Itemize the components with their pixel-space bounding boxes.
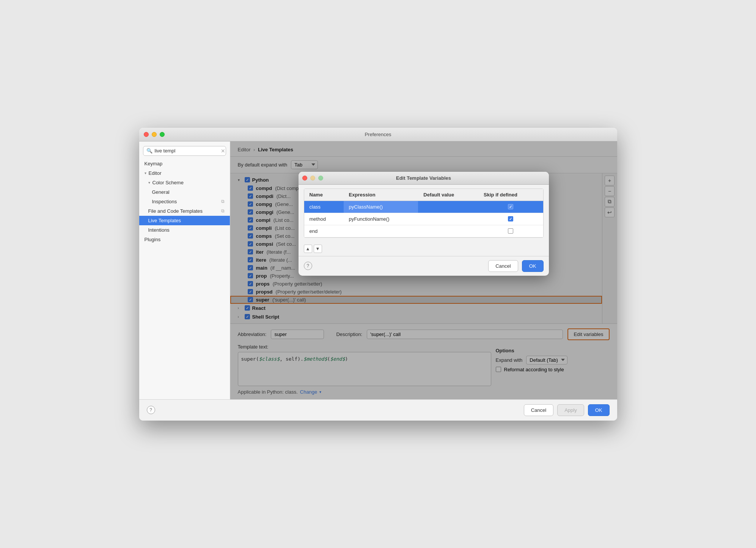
var-default-method [418, 213, 478, 225]
sidebar-item-label: Inspections [152, 199, 177, 204]
sidebar-item-editor[interactable]: ▾ Editor [139, 168, 230, 178]
close-button[interactable] [144, 132, 149, 137]
help-button[interactable]: ? [147, 406, 155, 414]
sidebar-item-label: Keymap [145, 161, 163, 166]
sidebar-item-label: Live Templates [148, 218, 181, 223]
variable-row-end[interactable]: end [304, 225, 543, 237]
search-box[interactable]: 🔍 ✕ [143, 146, 226, 156]
cancel-button[interactable]: Cancel [524, 404, 553, 416]
col-expression: Expression [344, 189, 418, 201]
var-skip-end [478, 225, 543, 237]
sidebar: 🔍 ✕ Keymap ▾ Editor ▾ Color Scheme Gener… [139, 141, 230, 399]
maximize-button[interactable] [160, 132, 165, 137]
var-expr-end [344, 225, 418, 237]
sidebar-item-label: File and Code Templates [148, 208, 203, 214]
sidebar-item-plugins[interactable]: Plugins [139, 235, 230, 244]
apply-button[interactable]: Apply [557, 404, 584, 416]
modal-bottom: ? Cancel OK [299, 256, 549, 276]
sort-row: ▲ ▼ [299, 242, 549, 256]
col-default: Default value [418, 189, 478, 201]
var-skip-method [478, 213, 543, 225]
chevron-down-icon: ▾ [145, 171, 146, 175]
variable-row-method[interactable]: method pyFunctionName() [304, 213, 543, 225]
chevron-down-icon: ▾ [148, 181, 150, 185]
col-skip: Skip if defined [478, 189, 543, 201]
var-name-method: method [304, 213, 344, 225]
sidebar-item-keymap[interactable]: Keymap [139, 159, 230, 168]
var-skip-class [478, 201, 543, 213]
sidebar-item-label: General [152, 189, 170, 195]
modal-titlebar-buttons [302, 176, 323, 181]
modal-ok-button[interactable]: OK [522, 260, 544, 272]
variable-row-class[interactable]: class pyClassName() [304, 201, 543, 213]
var-name-class: class [304, 201, 344, 213]
sidebar-item-label: Intentions [148, 227, 170, 233]
minimize-button[interactable] [152, 132, 157, 137]
sidebar-item-label: Editor [149, 170, 162, 176]
modal-overlay: Edit Template Variables Name Expression … [230, 141, 617, 399]
window-title: Preferences [365, 132, 391, 137]
modal-minimize-button[interactable] [310, 176, 315, 181]
titlebar: Preferences [139, 128, 617, 141]
sidebar-item-inspections[interactable]: Inspections ⧉ [139, 197, 230, 206]
search-clear-icon[interactable]: ✕ [221, 148, 225, 154]
modal-title: Edit Template Variables [396, 175, 451, 181]
edit-variables-modal: Edit Template Variables Name Expression … [299, 172, 549, 276]
sort-down-button[interactable]: ▼ [314, 245, 322, 253]
modal-titlebar: Edit Template Variables [299, 172, 549, 185]
modal-table-container: Name Expression Default value Skip if de… [304, 188, 544, 238]
var-default-class [418, 201, 478, 213]
sidebar-item-general[interactable]: General [139, 187, 230, 197]
titlebar-buttons [144, 132, 165, 137]
copy-icon: ⧉ [221, 208, 225, 214]
ok-button[interactable]: OK [588, 404, 610, 416]
skip-method-checkbox[interactable] [508, 216, 513, 221]
modal-close-button[interactable] [302, 176, 307, 181]
skip-class-checkbox[interactable] [508, 204, 513, 209]
preferences-window: Preferences 🔍 ✕ Keymap ▾ Editor ▾ Col [139, 128, 617, 421]
skip-end-checkbox[interactable] [508, 228, 513, 234]
modal-maximize-button[interactable] [318, 176, 323, 181]
right-panel: Editor › Live Templates By default expan… [230, 141, 617, 399]
modal-help-button[interactable]: ? [304, 262, 312, 270]
variables-table: Name Expression Default value Skip if de… [304, 189, 543, 237]
sidebar-item-label: Color Scheme [152, 180, 184, 185]
sidebar-item-color-scheme[interactable]: ▾ Color Scheme [139, 178, 230, 187]
sort-up-button[interactable]: ▲ [304, 245, 312, 253]
modal-cancel-button[interactable]: Cancel [488, 260, 518, 272]
sidebar-item-intentions[interactable]: Intentions [139, 225, 230, 235]
main-content: 🔍 ✕ Keymap ▾ Editor ▾ Color Scheme Gener… [139, 141, 617, 399]
var-default-end [418, 225, 478, 237]
search-icon: 🔍 [146, 148, 152, 154]
sidebar-item-file-code-templates[interactable]: File and Code Templates ⧉ [139, 206, 230, 216]
copy-icon: ⧉ [221, 199, 225, 204]
bottom-bar: ? Cancel Apply OK [139, 399, 617, 421]
sidebar-item-label: Plugins [145, 237, 161, 242]
sidebar-item-live-templates[interactable]: Live Templates [139, 216, 230, 225]
var-expr-method: pyFunctionName() [344, 213, 418, 225]
var-expr-class: pyClassName() [344, 201, 418, 213]
search-input[interactable] [155, 148, 218, 154]
col-name: Name [304, 189, 344, 201]
var-name-end: end [304, 225, 344, 237]
